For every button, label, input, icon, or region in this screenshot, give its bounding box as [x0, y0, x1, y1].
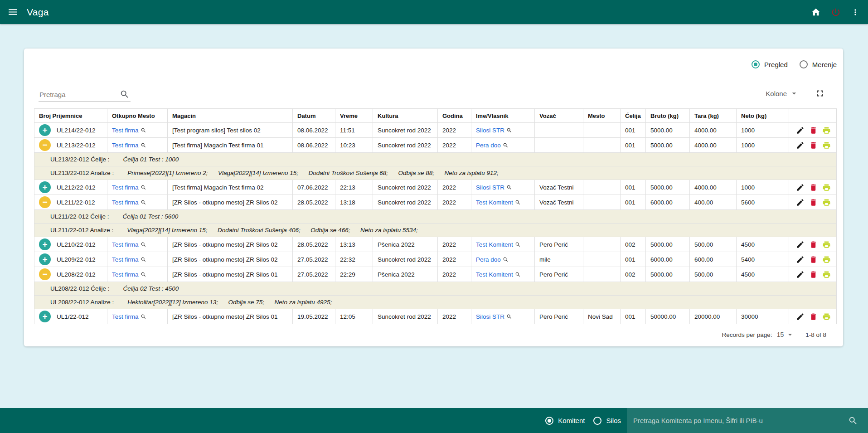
cell-tara: 20000.00: [690, 309, 737, 324]
search-icon[interactable]: [848, 416, 858, 426]
print-icon[interactable]: [822, 312, 831, 321]
print-icon[interactable]: [822, 126, 831, 135]
cell-actions: [789, 267, 837, 282]
collapse-row-button[interactable]: −: [39, 196, 51, 208]
delete-icon[interactable]: [809, 312, 818, 321]
komitent-search-input[interactable]: [627, 417, 848, 424]
delete-icon[interactable]: [809, 141, 818, 150]
delete-icon[interactable]: [809, 183, 818, 192]
otkupno-mesto-link[interactable]: Test firma: [112, 199, 146, 206]
page-size-value[interactable]: 15: [777, 331, 784, 338]
cell-actions: [789, 180, 837, 195]
ime-vlasnik-link[interactable]: Pera doo: [476, 142, 509, 149]
cell-godina: 2022: [438, 123, 471, 138]
cell-otkupno-mesto: Test firma: [107, 252, 168, 267]
edit-icon[interactable]: [796, 141, 805, 150]
cell-vozac: [535, 138, 583, 153]
column-header: Datum: [293, 109, 335, 123]
cell-godina: 2022: [438, 309, 471, 324]
page-size-dropdown-icon[interactable]: [786, 330, 795, 339]
cell-broj-prijemnice: −UL208/22-012: [34, 267, 107, 282]
view-toggle: Pregled Merenje: [24, 49, 843, 68]
ime-vlasnik-link[interactable]: Test Komitent: [476, 199, 521, 206]
delete-icon[interactable]: [809, 198, 818, 207]
cell-broj-prijemnice: +UL1/22-012: [34, 309, 107, 324]
detail-label: UL208/22-012 Analize :: [50, 299, 114, 306]
delete-icon[interactable]: [809, 240, 818, 249]
cell-bruto: 5000.00: [646, 138, 690, 153]
cell-vreme: 11:51: [335, 123, 373, 138]
otkupno-mesto-link[interactable]: Test firma: [112, 271, 146, 278]
menu-icon[interactable]: [7, 6, 19, 18]
print-icon[interactable]: [822, 255, 831, 264]
fullscreen-icon[interactable]: [815, 88, 825, 98]
cell-tara: 500.00: [690, 237, 737, 252]
column-header: Vreme: [335, 109, 373, 123]
delete-icon[interactable]: [809, 126, 818, 135]
edit-icon[interactable]: [796, 126, 805, 135]
ime-vlasnik-link[interactable]: Silosi STR: [476, 313, 512, 320]
cell-neto: 1000: [737, 180, 789, 195]
cell-mesto: [583, 267, 621, 282]
otkupno-mesto-link[interactable]: Test firma: [112, 313, 146, 320]
print-icon[interactable]: [822, 240, 831, 249]
expand-row-button[interactable]: +: [39, 124, 51, 136]
more-vert-icon[interactable]: [851, 8, 860, 17]
bottom-bar: Komitent Silos: [0, 408, 868, 433]
records-per-page-label: Records per page:: [722, 331, 772, 338]
columns-menu-label[interactable]: Kolone: [766, 90, 787, 97]
power-icon[interactable]: [831, 7, 841, 17]
column-header: Vozač: [535, 109, 583, 123]
print-icon[interactable]: [822, 198, 831, 207]
edit-icon[interactable]: [796, 183, 805, 192]
search-icon: [141, 272, 146, 277]
chevron-down-icon[interactable]: [790, 89, 799, 98]
cell-ime-vlasnik: Test Komitent: [471, 195, 535, 210]
otkupno-mesto-link[interactable]: Test firma: [112, 241, 146, 248]
radio-komitent[interactable]: Komitent: [545, 417, 585, 425]
radio-silos[interactable]: Silos: [593, 417, 621, 425]
collapse-row-button[interactable]: −: [39, 139, 51, 151]
broj-prijemnice-value: UL208/22-012: [57, 271, 96, 278]
ime-vlasnik-link[interactable]: Test Komitent: [476, 271, 521, 278]
otkupno-mesto-link[interactable]: Test firma: [112, 184, 146, 191]
ime-vlasnik-link[interactable]: Silosi STR: [476, 127, 512, 134]
edit-icon[interactable]: [796, 312, 805, 321]
print-icon[interactable]: [822, 270, 831, 279]
column-header: Neto (kg): [737, 109, 789, 123]
search-icon: [506, 127, 512, 133]
ime-vlasnik-link[interactable]: Pera doo: [476, 256, 509, 263]
radio-silos-circle-icon[interactable]: [593, 417, 601, 425]
ime-vlasnik-link[interactable]: Test Komitent: [476, 241, 521, 248]
expand-row-button[interactable]: +: [39, 311, 51, 322]
delete-icon[interactable]: [809, 255, 818, 264]
detail-cell: UL213/22-012 Ćelije :Ćelija 01 Test : 10…: [34, 153, 837, 166]
edit-icon[interactable]: [796, 270, 805, 279]
radio-pregled-circle-icon[interactable]: [752, 60, 760, 68]
radio-pregled[interactable]: Pregled: [752, 60, 788, 68]
collapse-row-button[interactable]: −: [39, 268, 51, 280]
table-search-input[interactable]: [39, 89, 131, 102]
radio-merenje-circle-icon[interactable]: [800, 60, 808, 68]
radio-merenje[interactable]: Merenje: [800, 60, 837, 68]
print-icon[interactable]: [822, 141, 831, 150]
radio-komitent-circle-icon[interactable]: [545, 417, 553, 425]
cell-vreme: 22:29: [335, 267, 373, 282]
expand-row-button[interactable]: +: [39, 253, 51, 265]
cell-vozac: Pero Perić: [535, 267, 583, 282]
expand-row-button[interactable]: +: [39, 181, 51, 193]
expand-row-button[interactable]: +: [39, 238, 51, 250]
otkupno-mesto-link[interactable]: Test firma: [112, 256, 146, 263]
cell-broj-prijemnice: +UL214/22-012: [34, 123, 107, 138]
edit-icon[interactable]: [796, 198, 805, 207]
detail-row: UL208/22-012 Analize :Hektolitar[2022][1…: [34, 296, 837, 309]
home-icon[interactable]: [811, 7, 821, 17]
delete-icon[interactable]: [809, 270, 818, 279]
cell-ime-vlasnik: Silosi STR: [471, 123, 535, 138]
ime-vlasnik-link[interactable]: Silosi STR: [476, 184, 512, 191]
otkupno-mesto-link[interactable]: Test firma: [112, 142, 146, 149]
otkupno-mesto-link[interactable]: Test firma: [112, 127, 146, 134]
edit-icon[interactable]: [796, 255, 805, 264]
edit-icon[interactable]: [796, 240, 805, 249]
print-icon[interactable]: [822, 183, 831, 192]
